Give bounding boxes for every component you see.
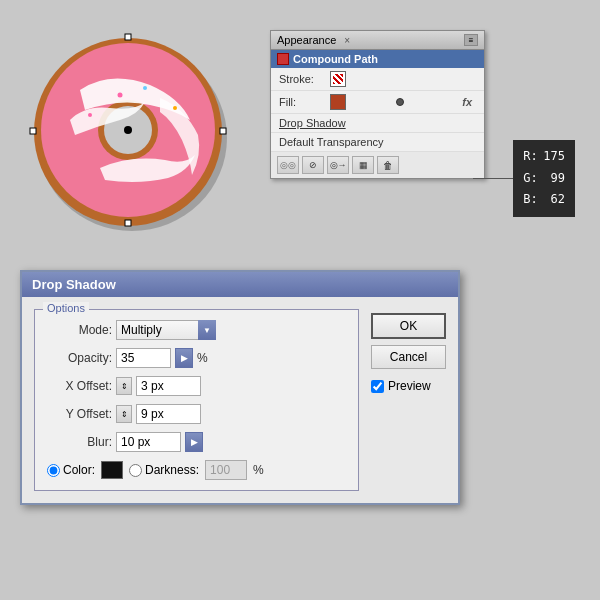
appearance-panel: Appearance × ≡ Compound Path Stroke: Fil… (270, 30, 485, 179)
fill-label: Fill: (279, 96, 324, 108)
mode-row: Mode: NormalMultiplyScreenOverlay ▼ (47, 320, 346, 340)
x-offset-row: X Offset: ⇕ (47, 376, 346, 396)
toolbar-btn-3[interactable]: ◎→ (327, 156, 349, 174)
opacity-unit: % (197, 351, 208, 365)
darkness-label: Darkness: (145, 463, 199, 477)
blur-label: Blur: (47, 435, 112, 449)
darkness-unit: % (253, 463, 264, 477)
donut-illustration (20, 20, 240, 240)
x-offset-label: X Offset: (47, 379, 112, 393)
mode-select-wrapper: NormalMultiplyScreenOverlay ▼ (116, 320, 216, 340)
drop-shadow-dialog: Drop Shadow Options Mode: NormalMultiply… (20, 270, 460, 505)
svg-point-7 (173, 106, 177, 110)
preview-checkbox[interactable] (371, 380, 384, 393)
color-tooltip-container: R:175 G: 99 B: 62 (473, 140, 575, 217)
blur-row: Blur: ▶ (47, 432, 346, 452)
darkness-radio[interactable] (129, 464, 142, 477)
color-radio-label[interactable]: Color: (47, 463, 95, 477)
blur-input[interactable] (116, 432, 181, 452)
default-transparency-label: Default Transparency (279, 136, 384, 148)
ok-button[interactable]: OK (371, 313, 446, 339)
toolbar-btn-2[interactable]: ⊘ (302, 156, 324, 174)
fill-row: Fill: fx (271, 91, 484, 114)
fill-dot[interactable] (396, 98, 404, 106)
drop-shadow-label[interactable]: Drop Shadow (279, 117, 346, 129)
compound-path-row[interactable]: Compound Path (271, 50, 484, 68)
svg-point-5 (118, 93, 123, 98)
color-row: Color: Darkness: % (47, 460, 346, 480)
panel-toolbar: ◎◎ ⊘ ◎→ ▦ 🗑 (271, 152, 484, 178)
svg-point-6 (143, 86, 147, 90)
drop-shadow-row[interactable]: Drop Shadow (271, 114, 484, 133)
y-offset-row: Y Offset: ⇕ (47, 404, 346, 424)
blur-arrow-btn[interactable]: ▶ (185, 432, 203, 452)
color-tooltip: R:175 G: 99 B: 62 (513, 140, 575, 217)
mode-label: Mode: (47, 323, 112, 337)
donut-canvas (20, 20, 250, 250)
y-offset-input[interactable] (136, 404, 201, 424)
toolbar-btn-4[interactable]: ▦ (352, 156, 374, 174)
g-label: G: (523, 168, 543, 190)
preview-label: Preview (388, 379, 431, 393)
mode-select[interactable]: NormalMultiplyScreenOverlay (116, 320, 216, 340)
svg-point-9 (124, 126, 132, 134)
fx-button[interactable]: fx (462, 96, 472, 108)
stroke-swatch[interactable] (330, 71, 346, 87)
color-label: Color: (63, 463, 95, 477)
darkness-input (205, 460, 247, 480)
dialog-title: Drop Shadow (32, 277, 116, 292)
dialog-options: Options Mode: NormalMultiplyScreenOverla… (34, 309, 359, 491)
opacity-label: Opacity: (47, 351, 112, 365)
default-transparency-row: Default Transparency (271, 133, 484, 152)
x-offset-input[interactable] (136, 376, 201, 396)
toolbar-btn-1[interactable]: ◎◎ (277, 156, 299, 174)
g-value: 99 (543, 171, 565, 185)
b-label: B: (523, 189, 543, 211)
darkness-radio-label[interactable]: Darkness: (129, 463, 199, 477)
fill-swatch[interactable] (330, 94, 346, 110)
options-legend: Options (43, 302, 89, 314)
stroke-row: Stroke: (271, 68, 484, 91)
y-offset-stepper[interactable]: ⇕ (116, 405, 132, 423)
compound-path-icon (277, 53, 289, 65)
panel-title: Appearance (277, 34, 336, 46)
svg-rect-13 (125, 220, 131, 226)
bottom-section: Drop Shadow Options Mode: NormalMultiply… (0, 260, 600, 515)
opacity-row: Opacity: ▶ % (47, 348, 346, 368)
dialog-buttons: OK Cancel Preview (371, 309, 446, 491)
y-offset-label: Y Offset: (47, 407, 112, 421)
r-value: 175 (543, 149, 565, 163)
r-label: R: (523, 146, 543, 168)
color-swatch-black[interactable] (101, 461, 123, 479)
color-radio[interactable] (47, 464, 60, 477)
svg-rect-12 (220, 128, 226, 134)
b-value: 62 (543, 192, 565, 206)
toolbar-btn-delete[interactable]: 🗑 (377, 156, 399, 174)
svg-point-8 (88, 113, 92, 117)
stroke-label: Stroke: (279, 73, 324, 85)
compound-path-label: Compound Path (293, 53, 378, 65)
opacity-arrow-btn[interactable]: ▶ (175, 348, 193, 368)
panel-close-x: × (344, 35, 350, 46)
panel-titlebar: Appearance × ≡ (271, 31, 484, 50)
panel-menu-btn[interactable]: ≡ (464, 34, 478, 46)
preview-row: Preview (371, 379, 446, 393)
svg-rect-11 (125, 34, 131, 40)
x-offset-stepper[interactable]: ⇕ (116, 377, 132, 395)
dialog-titlebar: Drop Shadow (22, 272, 458, 297)
cancel-button[interactable]: Cancel (371, 345, 446, 369)
opacity-input[interactable] (116, 348, 171, 368)
svg-rect-10 (30, 128, 36, 134)
